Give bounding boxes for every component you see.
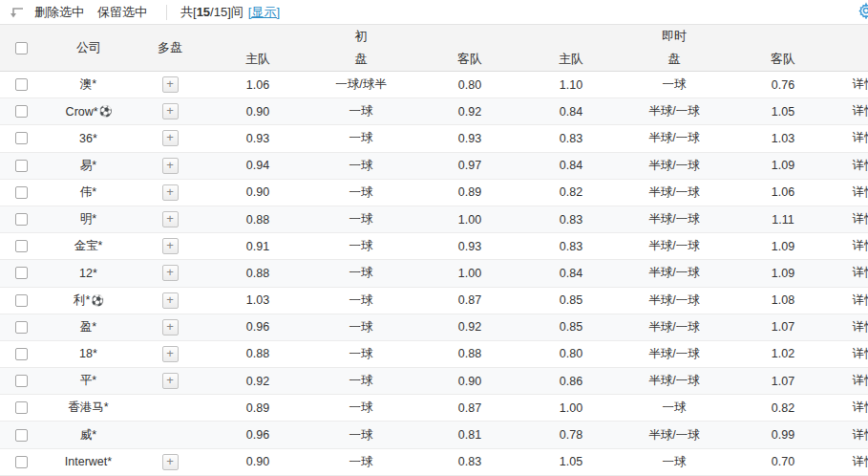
select-arrow-icon[interactable] xyxy=(8,6,25,19)
expand-odds-button[interactable]: + xyxy=(162,346,179,362)
row-checkbox[interactable] xyxy=(15,240,28,252)
live-away-odds: 1.11 xyxy=(735,206,831,232)
detail-link[interactable]: 详情 xyxy=(853,454,868,470)
live-home-odds: 1.05 xyxy=(529,449,613,475)
live-handicap: 半球/一球 xyxy=(613,233,735,259)
live-away-odds: 1.05 xyxy=(735,98,831,124)
detail-link[interactable]: 详情 xyxy=(853,265,868,281)
live-away-odds: 0.82 xyxy=(735,395,831,421)
init-handicap: 一球 xyxy=(311,260,411,286)
expand-odds-button[interactable]: + xyxy=(162,130,179,146)
row-checkbox[interactable] xyxy=(15,267,28,279)
row-checkbox[interactable] xyxy=(15,105,28,118)
init-away-odds: 0.89 xyxy=(411,180,529,206)
table-row: 威* 0.96 一球 0.81 0.78 半球/一球 0.99 详情 xyxy=(0,422,868,448)
init-home-odds: 0.90 xyxy=(204,180,311,206)
company-count: 共[15/15]间 xyxy=(180,4,243,21)
init-away-odds: 0.83 xyxy=(411,449,529,475)
live-home-odds: 0.78 xyxy=(529,422,613,447)
init-home-odds: 0.88 xyxy=(204,206,311,232)
row-checkbox[interactable] xyxy=(15,456,28,468)
expand-odds-button[interactable]: + xyxy=(162,76,179,93)
live-home-odds: 0.80 xyxy=(529,341,613,367)
header-checkbox-cell xyxy=(0,25,42,71)
detail-link[interactable]: 详情 xyxy=(853,238,868,254)
init-handicap: 一球 xyxy=(311,449,411,475)
gear-icon[interactable] xyxy=(857,2,868,19)
expand-odds-button[interactable]: + xyxy=(162,265,179,281)
init-home-odds: 0.94 xyxy=(204,153,311,179)
show-link[interactable]: [显示] xyxy=(248,4,280,21)
row-checkbox[interactable] xyxy=(15,132,28,144)
init-home-odds: 0.89 xyxy=(204,395,311,421)
company-name: 12* xyxy=(42,260,136,286)
init-home-odds: 0.88 xyxy=(204,260,311,286)
detail-link[interactable]: 详情 xyxy=(853,103,868,119)
init-away-odds: 0.92 xyxy=(411,98,529,124)
live-handicap: 半球/一球 xyxy=(613,180,735,206)
row-checkbox[interactable] xyxy=(15,348,28,360)
expand-odds-button[interactable]: + xyxy=(162,103,179,119)
row-checkbox[interactable] xyxy=(15,375,28,387)
detail-link[interactable]: 详情 xyxy=(853,427,868,444)
keep-selected-button[interactable]: 保留选中 xyxy=(97,4,147,21)
expand-odds-button[interactable]: + xyxy=(162,238,179,254)
init-home-odds: 0.93 xyxy=(204,125,311,151)
init-away-odds: 0.93 xyxy=(411,233,529,259)
row-checkbox[interactable] xyxy=(15,186,28,199)
live-handicap: 半球/一球 xyxy=(613,314,735,340)
company-name: 伟* xyxy=(42,180,136,206)
count-shown: 15 xyxy=(197,5,210,19)
init-away-odds: 0.97 xyxy=(411,153,529,179)
expand-odds-button[interactable]: + xyxy=(162,184,179,201)
expand-odds-button[interactable]: + xyxy=(162,373,179,389)
row-checkbox[interactable] xyxy=(15,429,28,442)
expand-odds-button[interactable]: + xyxy=(162,319,179,335)
company-name: 18* xyxy=(42,341,136,367)
init-home-odds: 1.06 xyxy=(204,72,311,97)
detail-link[interactable]: 详情 xyxy=(853,292,868,309)
row-checkbox[interactable] xyxy=(15,294,28,307)
detail-link[interactable]: 详情 xyxy=(853,400,868,416)
live-away-odds: 0.99 xyxy=(735,422,831,447)
company-name: 澳* xyxy=(42,72,136,97)
row-checkbox[interactable] xyxy=(15,401,28,414)
table-row: 伟* + 0.90 一球 0.89 0.82 半球/一球 1.06 详情 xyxy=(0,180,868,206)
detail-link[interactable]: 详情 xyxy=(853,184,868,201)
expand-odds-button[interactable]: + xyxy=(162,454,179,470)
detail-link[interactable]: 详情 xyxy=(853,76,868,93)
live-handicap: 一球 xyxy=(613,72,735,97)
table-row: 18* + 0.88 一球 0.88 0.80 半球/一球 1.02 详情 xyxy=(0,341,868,368)
expand-odds-button[interactable]: + xyxy=(162,292,179,309)
row-checkbox[interactable] xyxy=(15,78,28,91)
header-init-away: 客队 xyxy=(411,25,529,71)
row-checkbox[interactable] xyxy=(15,213,28,226)
table-row: 12* + 0.88 一球 1.00 0.84 半球/一球 1.09 详情 xyxy=(0,260,868,287)
row-checkbox[interactable] xyxy=(15,160,28,172)
detail-link[interactable]: 详情 xyxy=(853,319,868,335)
expand-odds-button[interactable]: + xyxy=(162,211,179,227)
expand-odds-button[interactable]: + xyxy=(162,158,179,174)
detail-link[interactable]: 详情 xyxy=(853,373,868,389)
company-name: 易* xyxy=(42,153,136,179)
live-handicap: 半球/一球 xyxy=(613,288,735,314)
live-home-odds: 0.85 xyxy=(529,314,613,340)
live-handicap: 半球/一球 xyxy=(613,206,735,232)
header-detail xyxy=(831,25,868,71)
company-name: Interwet* xyxy=(42,449,136,475)
live-handicap: 一球 xyxy=(613,449,735,475)
delete-selected-button[interactable]: 删除选中 xyxy=(34,4,84,21)
live-home-odds: 0.84 xyxy=(529,153,613,179)
select-all-checkbox[interactable] xyxy=(15,42,28,54)
row-checkbox[interactable] xyxy=(15,321,28,334)
detail-link[interactable]: 详情 xyxy=(853,346,868,362)
init-handicap: 一球 xyxy=(311,125,411,151)
live-away-odds: 1.08 xyxy=(735,288,831,314)
header-init-handicap: 初 盘 xyxy=(311,25,411,71)
table-row: 金宝* + 0.91 一球 0.93 0.83 半球/一球 1.09 详情 xyxy=(0,233,868,260)
detail-link[interactable]: 详情 xyxy=(853,130,868,146)
init-away-odds: 1.00 xyxy=(411,206,529,232)
detail-link[interactable]: 详情 xyxy=(853,158,868,174)
live-away-odds: 1.06 xyxy=(735,180,831,206)
detail-link[interactable]: 详情 xyxy=(853,211,868,227)
